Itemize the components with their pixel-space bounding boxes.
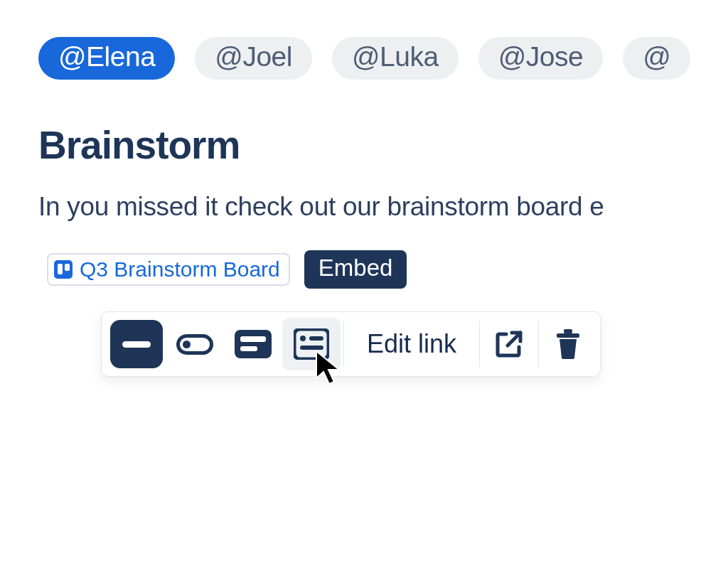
card-view-icon [235, 330, 272, 358]
toolbar-divider [479, 321, 480, 367]
link-toolbar: Edit link [101, 311, 601, 377]
toolbar-divider [343, 321, 344, 367]
edit-link-button[interactable]: Edit link [347, 329, 476, 359]
svg-rect-0 [235, 330, 272, 358]
view-url-button[interactable] [107, 318, 166, 370]
mention-chip-joel[interactable]: @Joel [195, 37, 312, 80]
smart-link-label: Q3 Brainstorm Board [80, 257, 280, 282]
svg-rect-7 [557, 333, 579, 338]
delete-button[interactable] [542, 329, 594, 359]
view-embed-button[interactable] [282, 318, 341, 370]
mention-row: @Elena @Joel @Luka @Jose @ [0, 0, 728, 80]
link-row: Q3 Brainstorm Board Embed [47, 250, 728, 289]
inline-view-icon [176, 334, 213, 355]
svg-point-4 [300, 336, 306, 341]
svg-rect-8 [564, 329, 572, 333]
toolbar-divider [538, 321, 539, 367]
tooltip-embed: Embed [304, 250, 407, 289]
mention-chip-jose[interactable]: @Jose [478, 37, 603, 80]
view-inline-button[interactable] [166, 318, 224, 370]
smart-link[interactable]: Q3 Brainstorm Board [47, 253, 290, 286]
svg-rect-1 [240, 336, 266, 342]
mention-chip-more[interactable]: @ [623, 37, 690, 80]
embed-view-icon [294, 328, 329, 360]
mention-chip-elena[interactable]: @Elena [38, 37, 175, 80]
mention-chip-luka[interactable]: @Luka [332, 37, 459, 80]
section-heading: Brainstorm [38, 122, 728, 168]
open-external-icon [495, 330, 523, 358]
url-view-icon [110, 320, 163, 368]
svg-rect-2 [240, 346, 257, 351]
trash-icon [555, 329, 581, 359]
body-paragraph: In you missed it check out our brainstor… [38, 192, 728, 222]
svg-rect-6 [300, 346, 323, 350]
svg-rect-5 [309, 336, 323, 341]
open-external-button[interactable] [483, 330, 535, 358]
svg-rect-3 [294, 329, 328, 359]
view-card-button[interactable] [224, 318, 282, 370]
trello-icon [54, 260, 73, 279]
